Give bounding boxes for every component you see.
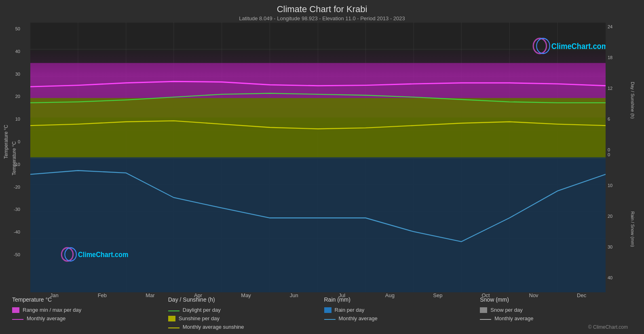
legend-snow: Snow (mm) Snow per day Monthly average ©… [480, 296, 632, 330]
x-label-jul: Jul [318, 292, 366, 298]
legend-temp-range: Range min / max per day [12, 307, 164, 313]
x-label-apr: Apr [174, 292, 222, 298]
rain-swatch [324, 307, 332, 313]
x-label-sep: Sep [414, 292, 462, 298]
page-wrapper: Climate Chart for Krabi Latitude 8.049 -… [0, 0, 644, 334]
svg-text:ClimeChart.com: ClimeChart.com [551, 41, 606, 50]
legend-rain-avg: Monthly average [324, 315, 476, 321]
rain-avg-line-legend [324, 319, 336, 320]
sunshine-swatch [168, 316, 175, 321]
right-tick-40: 40 [608, 275, 612, 280]
legend-rain-avg-label: Monthly average [339, 315, 378, 321]
legend-sunshine-avg: Monthly average sunshine [168, 324, 320, 330]
x-axis-labels: Jan Feb Mar Apr May Jun Jul Aug Sep Oct … [30, 291, 606, 299]
left-tick-50: 50 [15, 26, 20, 31]
right-tick-12: 12 [608, 86, 612, 91]
x-label-dec: Dec [557, 292, 606, 298]
legend-temperature: Temperature °C Range min / max per day M… [12, 296, 164, 330]
x-label-jan: Jan [30, 292, 78, 298]
left-axis-vertical-label: Temperature °C [3, 26, 9, 257]
x-label-jun: Jun [270, 292, 318, 298]
left-tick-20: 20 [15, 94, 20, 99]
legend-snow-per-day-label: Snow per day [490, 307, 523, 313]
header: Climate Chart for Krabi Latitude 8.049 -… [8, 4, 636, 21]
right-tick-24: 24 [608, 24, 612, 29]
x-label-feb: Feb [78, 292, 127, 298]
right-tick-0-sunshine: 0 [608, 147, 610, 152]
right-tick-6: 6 [608, 117, 610, 121]
right-axis-label-rain: Rain / Snow (mm) [630, 211, 635, 247]
snow-swatch [480, 307, 487, 313]
legend-rain: Rain (mm) Rain per day Monthly average [324, 296, 476, 330]
chart-title: Climate Chart for Krabi [8, 4, 636, 15]
left-tick-n10: -10 [14, 162, 20, 167]
right-tick-20: 20 [608, 214, 612, 219]
legend-temp-avg-label: Monthly average [27, 315, 65, 321]
left-tick-n40: -40 [14, 230, 20, 234]
legend-snow-per-day: Snow per day [480, 307, 632, 313]
legend-temp-range-label: Range min / max per day [23, 307, 81, 313]
right-tick-30: 30 [608, 245, 612, 249]
chart-svg: ClimeChart.com ClimeChart.com [30, 22, 606, 292]
right-tick-0-rain: 0 [608, 152, 610, 157]
left-axis-label-text: Temperature °C [3, 125, 9, 159]
chart-row: Temperature °C [8, 22, 636, 292]
svg-rect-28 [30, 157, 606, 293]
legend-sunshine-per-day: Sunshine per day [168, 315, 320, 321]
right-tick-18: 18 [608, 55, 612, 60]
chart-main: ClimeChart.com ClimeChart.com Jan Feb Ma… [30, 22, 606, 292]
temp-range-swatch [12, 307, 19, 313]
right-axis-label-sunshine: Day / Sunshine (h) [630, 82, 635, 119]
x-label-mar: Mar [126, 292, 174, 298]
legend-sunshine-label: Sunshine per day [179, 315, 220, 321]
svg-text:ClimeChart.com: ClimeChart.com [78, 250, 129, 259]
left-tick-10: 10 [15, 117, 20, 121]
snow-avg-line-legend [480, 319, 491, 320]
legend-sunshine: Day / Sunshine (h) Daylight per day Suns… [168, 296, 320, 330]
daylight-line-legend [168, 311, 179, 311]
legend-sunshine-avg-label: Monthly average sunshine [183, 324, 244, 330]
legend-area: Temperature °C Range min / max per day M… [8, 296, 636, 330]
legend-snow-avg-label: Monthly average [494, 315, 533, 321]
legend-rain-per-day: Rain per day [324, 307, 476, 313]
temp-avg-line-legend [12, 319, 23, 320]
chart-subtitle: Latitude 8.049 - Longitude 98.923 - Elev… [8, 15, 636, 21]
legend-daylight-label: Daylight per day [183, 307, 221, 313]
left-tick-n20: -20 [14, 185, 20, 189]
left-tick-0: 0 [18, 139, 20, 144]
chart-container: Temperature °C [8, 22, 636, 292]
left-tick-40: 40 [15, 49, 20, 54]
legend-daylight: Daylight per day [168, 307, 320, 313]
legend-rain-per-day-label: Rain per day [335, 307, 365, 313]
right-tick-10: 10 [608, 183, 612, 188]
legend-snow-avg: Monthly average [480, 315, 632, 321]
sunshine-avg-line-legend [168, 328, 179, 328]
left-tick-n50: -50 [14, 252, 20, 257]
left-tick-30: 30 [15, 72, 20, 77]
left-tick-n30: -30 [14, 207, 20, 212]
x-label-may: May [222, 292, 270, 298]
x-label-nov: Nov [510, 292, 558, 298]
right-axis: 24 18 12 6 0 Day / Sunshine (h) 0 10 20 … [606, 22, 636, 292]
copyright: © ClimeChart.com [480, 324, 632, 330]
legend-temp-avg: Monthly average [12, 315, 164, 321]
x-label-aug: Aug [366, 292, 414, 298]
x-label-oct: Oct [462, 292, 510, 298]
